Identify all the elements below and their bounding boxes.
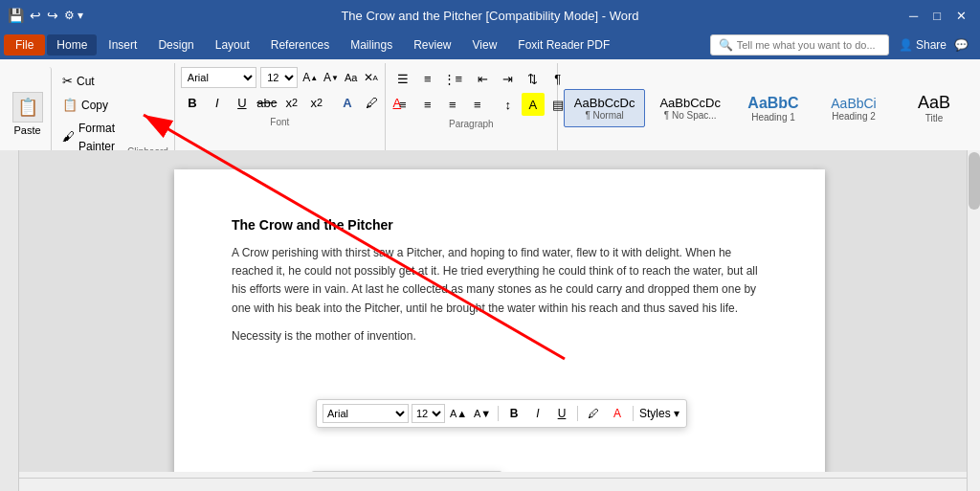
menu-mailings[interactable]: Mailings <box>341 34 402 56</box>
font-name-select[interactable]: Arial <box>181 67 256 88</box>
comments-icon[interactable]: 💬 <box>954 38 969 52</box>
menu-home[interactable]: Home <box>47 34 97 56</box>
mini-font-select[interactable]: Arial <box>323 404 409 423</box>
mini-sep1 <box>498 406 499 421</box>
mini-bold-button[interactable]: B <box>503 403 524 424</box>
scrollbar-thumb[interactable] <box>969 152 980 210</box>
clipboard-group: 📋 Paste ✂ Cut 📋 Copy 🖌 Format Painter Cl… <box>0 63 175 161</box>
font-row2: B I U abc x2 x2 A 🖊 A <box>181 91 379 114</box>
align-center-button[interactable]: ≡ <box>416 93 439 116</box>
font-shrink-button[interactable]: A▼ <box>323 67 340 88</box>
save-icon[interactable]: 💾 <box>8 8 24 23</box>
justify-button[interactable]: ≡ <box>466 93 489 116</box>
window-title: The Crow and the Pitcher [Compatibility … <box>341 9 638 23</box>
shading-button[interactable]: A <box>522 93 545 116</box>
mini-shrink-button[interactable]: A▼ <box>472 403 493 424</box>
multilevel-button[interactable]: ⋮≡ <box>441 67 464 90</box>
bullets-button[interactable]: ☰ <box>391 67 414 90</box>
menu-bar: File Home Insert Design Layout Reference… <box>0 31 980 59</box>
mini-sep2 <box>577 406 578 421</box>
menu-insert[interactable]: Insert <box>99 34 146 56</box>
style-heading2[interactable]: AaBbCi Heading 2 <box>815 89 892 128</box>
cut-button[interactable]: ✂ Cut <box>59 71 118 93</box>
title-bar: 💾 ↩ ↪ ⚙ ▾ The Crow and the Pitcher [Comp… <box>0 0 980 31</box>
menu-references[interactable]: References <box>261 34 339 56</box>
paste-button[interactable]: 📋 Paste <box>4 67 52 161</box>
context-menu: ✂ Cut 📋 Copy 📋 Paste Options: 📋 📄 🌐 📊 🖼 … <box>311 471 502 472</box>
minimize-icon[interactable]: ─ <box>903 9 924 23</box>
increase-indent-button[interactable]: ⇥ <box>497 67 520 90</box>
title-bar-right: ─ □ ✕ <box>903 9 972 23</box>
tell-me-input[interactable] <box>737 39 880 51</box>
styles-scroll-up[interactable]: ▲ <box>976 75 980 96</box>
copy-icon: 📋 <box>62 96 78 116</box>
paragraph-2: Necessity is the mother of invention. <box>232 327 768 346</box>
style-title[interactable]: AaB Title <box>896 86 972 130</box>
help-section: 👤 Share 💬 <box>891 38 976 52</box>
styles-more[interactable]: ⊞ <box>976 121 980 142</box>
mini-color-button[interactable]: A <box>607 403 628 424</box>
styles-scroll-down[interactable]: ▼ <box>976 98 980 119</box>
paragraph-1: A Crow perishing with thirst saw a Pitch… <box>232 244 768 318</box>
subscript-button[interactable]: x2 <box>280 91 303 114</box>
menu-view[interactable]: View <box>463 34 507 56</box>
cut-label: Cut <box>77 73 95 91</box>
maximize-icon[interactable]: □ <box>927 9 947 23</box>
align-left-button[interactable]: ≡ <box>391 93 414 116</box>
mini-sep3 <box>633 406 634 421</box>
styles-group: AaBbCcDc ¶ Normal AaBbCcDc ¶ No Spac... … <box>558 63 980 161</box>
clipboard-right: ✂ Cut 📋 Copy 🖌 Format Painter <box>52 67 125 161</box>
document-area: The Crow and the Pitcher A Crow perishin… <box>19 150 980 472</box>
align-right-button[interactable]: ≡ <box>441 93 464 116</box>
sort-button[interactable]: ⇅ <box>522 67 545 90</box>
font-grow-button[interactable]: A▲ <box>301 67 319 88</box>
menu-design[interactable]: Design <box>148 34 203 56</box>
font-size-select[interactable]: 12 <box>260 67 298 88</box>
superscript-button[interactable]: x2 <box>305 91 328 114</box>
bold-button[interactable]: B <box>181 91 204 114</box>
document-title: The Crow and the Pitcher <box>232 217 768 233</box>
style-heading1[interactable]: AaBbC Heading 1 <box>735 88 812 129</box>
tell-me-box[interactable]: 🔍 <box>710 34 889 56</box>
para-row1: ☰ ≡ ⋮≡ ⇤ ⇥ ⇅ ¶ <box>391 67 551 90</box>
menu-foxit[interactable]: Foxit Reader PDF <box>508 34 619 56</box>
scrollbar-right[interactable] <box>967 150 980 491</box>
italic-button[interactable]: I <box>206 91 229 114</box>
redo-icon[interactable]: ↪ <box>47 8 58 23</box>
ribbon: 📋 Paste ✂ Cut 📋 Copy 🖌 Format Painter Cl… <box>0 59 980 162</box>
decrease-indent-button[interactable]: ⇤ <box>472 67 495 90</box>
close-icon[interactable]: ✕ <box>950 9 972 23</box>
clear-format-button[interactable]: ✕A <box>363 67 379 88</box>
highlight-button[interactable]: 🖊 <box>361 91 384 114</box>
mini-highlight-button[interactable]: 🖊 <box>583 403 604 424</box>
mini-underline-button[interactable]: U <box>551 403 572 424</box>
copy-label: Copy <box>81 97 108 115</box>
mini-grow-button[interactable]: A▲ <box>448 403 469 424</box>
numbering-button[interactable]: ≡ <box>416 67 439 90</box>
style-no-space[interactable]: AaBbCcDc ¶ No Spac... <box>649 89 731 127</box>
style-normal[interactable]: AaBbCcDc ¶ Normal <box>564 89 646 127</box>
format-painter-icon: 🖌 <box>62 127 75 147</box>
strikethrough-button[interactable]: abc <box>256 91 278 114</box>
share-icon[interactable]: 👤 Share <box>899 38 947 52</box>
menu-review[interactable]: Review <box>404 34 460 56</box>
underline-button[interactable]: U <box>231 91 254 114</box>
font-group-label: Font <box>181 117 379 127</box>
paste-icon: 📋 <box>12 92 43 123</box>
document-body[interactable]: A Crow perishing with thirst saw a Pitch… <box>232 244 768 346</box>
copy-button[interactable]: 📋 Copy <box>59 95 118 117</box>
customize-icon[interactable]: ⚙ ▾ <box>64 9 83 22</box>
text-effects-button[interactable]: A <box>336 91 359 114</box>
menu-layout[interactable]: Layout <box>206 34 259 56</box>
scrollbar-bottom[interactable] <box>19 478 967 491</box>
line-spacing-button[interactable]: ↕ <box>497 93 520 116</box>
change-case-button[interactable]: Aa <box>344 67 358 88</box>
cut-icon: ✂ <box>62 72 73 92</box>
mini-italic-button[interactable]: I <box>527 403 548 424</box>
mini-size-select[interactable]: 12 <box>412 404 445 423</box>
mini-styles-button[interactable]: Styles ▾ <box>638 403 680 424</box>
menu-file[interactable]: File <box>4 34 45 56</box>
mini-toolbar: Arial 12 A▲ A▼ B I U 🖊 A Styles ▾ <box>316 399 687 428</box>
font-group: Arial 12 A▲ A▼ Aa ✕A B I U abc x2 x2 A 🖊… <box>175 63 386 161</box>
undo-icon[interactable]: ↩ <box>30 8 41 23</box>
